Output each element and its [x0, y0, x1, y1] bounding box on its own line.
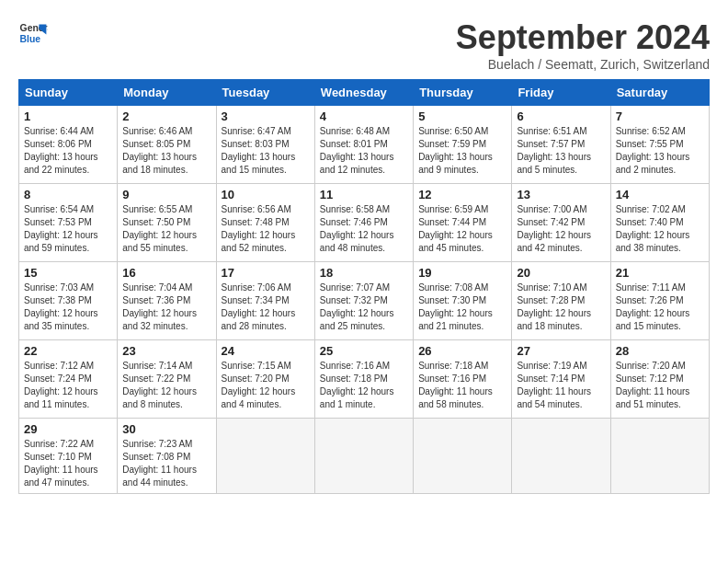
calendar-cell [512, 419, 610, 494]
calendar-cell: 5Sunrise: 6:50 AM Sunset: 7:59 PM Daylig… [414, 106, 512, 184]
day-info: Sunrise: 6:59 AM Sunset: 7:44 PM Dayligh… [418, 203, 506, 255]
day-number: 23 [122, 344, 210, 358]
day-info: Sunrise: 7:07 AM Sunset: 7:32 PM Dayligh… [320, 282, 408, 333]
calendar-cell: 23Sunrise: 7:14 AM Sunset: 7:22 PM Dayli… [118, 340, 216, 419]
logo-icon: General Blue [18, 18, 48, 48]
calendar-cell: 20Sunrise: 7:10 AM Sunset: 7:28 PM Dayli… [512, 262, 610, 340]
title-block: September 2024 Buelach / Seematt, Zurich… [456, 18, 710, 72]
weekday-header-row: SundayMondayTuesdayWednesdayThursdayFrid… [19, 80, 710, 106]
day-info: Sunrise: 7:20 AM Sunset: 7:12 PM Dayligh… [616, 360, 704, 411]
week-row-5: 29Sunrise: 7:22 AM Sunset: 7:10 PM Dayli… [19, 419, 710, 494]
day-number: 10 [222, 188, 310, 201]
day-number: 19 [418, 266, 506, 280]
day-info: Sunrise: 7:23 AM Sunset: 7:08 PM Dayligh… [122, 438, 210, 489]
calendar-cell: 28Sunrise: 7:20 AM Sunset: 7:12 PM Dayli… [610, 340, 709, 419]
day-number: 20 [517, 266, 605, 280]
calendar-cell: 17Sunrise: 7:06 AM Sunset: 7:34 PM Dayli… [216, 262, 314, 340]
day-number: 6 [517, 109, 605, 123]
day-number: 17 [222, 266, 310, 280]
day-info: Sunrise: 7:22 AM Sunset: 7:10 PM Dayligh… [24, 438, 112, 489]
calendar-cell: 26Sunrise: 7:18 AM Sunset: 7:16 PM Dayli… [414, 340, 512, 419]
calendar-cell: 19Sunrise: 7:08 AM Sunset: 7:30 PM Dayli… [414, 262, 512, 340]
weekday-header-thursday: Thursday [414, 80, 512, 106]
calendar-cell: 25Sunrise: 7:16 AM Sunset: 7:18 PM Dayli… [314, 340, 413, 419]
calendar-cell: 2Sunrise: 6:46 AM Sunset: 8:05 PM Daylig… [118, 106, 216, 184]
day-info: Sunrise: 7:14 AM Sunset: 7:22 PM Dayligh… [122, 360, 210, 411]
day-number: 8 [24, 188, 112, 201]
day-info: Sunrise: 7:19 AM Sunset: 7:14 PM Dayligh… [517, 360, 605, 411]
day-number: 22 [24, 344, 112, 358]
day-info: Sunrise: 6:44 AM Sunset: 8:06 PM Dayligh… [24, 125, 112, 177]
day-number: 13 [517, 188, 605, 201]
calendar-cell: 24Sunrise: 7:15 AM Sunset: 7:20 PM Dayli… [216, 340, 314, 419]
calendar-cell: 14Sunrise: 7:02 AM Sunset: 7:40 PM Dayli… [610, 184, 709, 262]
day-number: 9 [122, 188, 210, 201]
calendar-cell: 4Sunrise: 6:48 AM Sunset: 8:01 PM Daylig… [314, 106, 413, 184]
day-number: 18 [320, 266, 408, 280]
day-info: Sunrise: 6:50 AM Sunset: 7:59 PM Dayligh… [418, 125, 506, 177]
calendar-cell [314, 419, 413, 494]
day-number: 26 [418, 344, 506, 358]
calendar-cell: 9Sunrise: 6:55 AM Sunset: 7:50 PM Daylig… [118, 184, 216, 262]
calendar-cell: 13Sunrise: 7:00 AM Sunset: 7:42 PM Dayli… [512, 184, 610, 262]
calendar-cell: 21Sunrise: 7:11 AM Sunset: 7:26 PM Dayli… [610, 262, 709, 340]
day-number: 30 [122, 422, 210, 436]
calendar-cell: 10Sunrise: 6:56 AM Sunset: 7:48 PM Dayli… [216, 184, 314, 262]
day-number: 29 [24, 422, 112, 436]
day-info: Sunrise: 6:52 AM Sunset: 7:55 PM Dayligh… [616, 125, 704, 177]
page-header: General Blue September 2024 Buelach / Se… [18, 18, 710, 72]
weekday-header-friday: Friday [512, 80, 610, 106]
day-info: Sunrise: 7:18 AM Sunset: 7:16 PM Dayligh… [418, 360, 506, 411]
calendar-cell: 3Sunrise: 6:47 AM Sunset: 8:03 PM Daylig… [216, 106, 314, 184]
calendar-cell: 11Sunrise: 6:58 AM Sunset: 7:46 PM Dayli… [314, 184, 413, 262]
calendar-cell: 15Sunrise: 7:03 AM Sunset: 7:38 PM Dayli… [19, 262, 118, 340]
calendar-cell: 18Sunrise: 7:07 AM Sunset: 7:32 PM Dayli… [314, 262, 413, 340]
day-info: Sunrise: 7:11 AM Sunset: 7:26 PM Dayligh… [616, 282, 704, 333]
weekday-header-monday: Monday [118, 80, 216, 106]
calendar-cell: 27Sunrise: 7:19 AM Sunset: 7:14 PM Dayli… [512, 340, 610, 419]
calendar-cell: 7Sunrise: 6:52 AM Sunset: 7:55 PM Daylig… [610, 106, 709, 184]
weekday-header-saturday: Saturday [610, 80, 709, 106]
calendar-cell: 8Sunrise: 6:54 AM Sunset: 7:53 PM Daylig… [19, 184, 118, 262]
day-number: 3 [222, 109, 310, 123]
calendar-cell: 30Sunrise: 7:23 AM Sunset: 7:08 PM Dayli… [118, 419, 216, 494]
calendar-cell [414, 419, 512, 494]
day-number: 2 [122, 109, 210, 123]
week-row-4: 22Sunrise: 7:12 AM Sunset: 7:24 PM Dayli… [19, 340, 710, 419]
day-number: 12 [418, 188, 506, 201]
calendar-cell: 22Sunrise: 7:12 AM Sunset: 7:24 PM Dayli… [19, 340, 118, 419]
day-info: Sunrise: 7:12 AM Sunset: 7:24 PM Dayligh… [24, 360, 112, 411]
day-number: 4 [320, 109, 408, 123]
week-row-1: 1Sunrise: 6:44 AM Sunset: 8:06 PM Daylig… [19, 106, 710, 184]
calendar-cell [610, 419, 709, 494]
week-row-2: 8Sunrise: 6:54 AM Sunset: 7:53 PM Daylig… [19, 184, 710, 262]
day-info: Sunrise: 7:03 AM Sunset: 7:38 PM Dayligh… [24, 282, 112, 333]
day-number: 11 [320, 188, 408, 201]
calendar-cell: 29Sunrise: 7:22 AM Sunset: 7:10 PM Dayli… [19, 419, 118, 494]
calendar-cell: 12Sunrise: 6:59 AM Sunset: 7:44 PM Dayli… [414, 184, 512, 262]
day-info: Sunrise: 7:08 AM Sunset: 7:30 PM Dayligh… [418, 282, 506, 333]
day-info: Sunrise: 6:51 AM Sunset: 7:57 PM Dayligh… [517, 125, 605, 177]
weekday-header-sunday: Sunday [19, 80, 118, 106]
calendar-cell: 16Sunrise: 7:04 AM Sunset: 7:36 PM Dayli… [118, 262, 216, 340]
day-info: Sunrise: 7:06 AM Sunset: 7:34 PM Dayligh… [222, 282, 310, 333]
weekday-header-tuesday: Tuesday [216, 80, 314, 106]
calendar-cell: 1Sunrise: 6:44 AM Sunset: 8:06 PM Daylig… [19, 106, 118, 184]
day-number: 21 [616, 266, 704, 280]
day-info: Sunrise: 6:47 AM Sunset: 8:03 PM Dayligh… [222, 125, 310, 177]
day-number: 1 [24, 109, 112, 123]
day-info: Sunrise: 6:58 AM Sunset: 7:46 PM Dayligh… [320, 203, 408, 255]
month-title: September 2024 [456, 18, 710, 57]
day-number: 7 [616, 109, 704, 123]
day-number: 28 [616, 344, 704, 358]
day-info: Sunrise: 7:00 AM Sunset: 7:42 PM Dayligh… [517, 203, 605, 255]
day-number: 25 [320, 344, 408, 358]
day-info: Sunrise: 6:56 AM Sunset: 7:48 PM Dayligh… [222, 203, 310, 255]
logo: General Blue [18, 18, 48, 48]
day-info: Sunrise: 6:48 AM Sunset: 8:01 PM Dayligh… [320, 125, 408, 177]
day-number: 27 [517, 344, 605, 358]
calendar-cell: 6Sunrise: 6:51 AM Sunset: 7:57 PM Daylig… [512, 106, 610, 184]
day-number: 16 [122, 266, 210, 280]
weekday-header-wednesday: Wednesday [314, 80, 413, 106]
day-info: Sunrise: 7:02 AM Sunset: 7:40 PM Dayligh… [616, 203, 704, 255]
